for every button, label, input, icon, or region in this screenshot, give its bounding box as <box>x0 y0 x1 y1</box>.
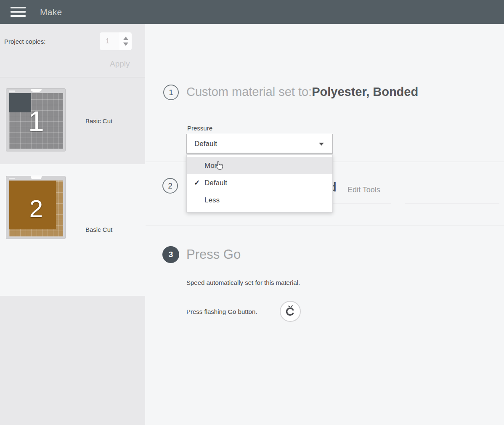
pressure-select[interactable]: Default <box>186 134 333 154</box>
menu-item-less[interactable]: Less <box>187 191 332 209</box>
go-button <box>280 301 301 322</box>
stepper-up-icon[interactable] <box>123 37 128 40</box>
chevron-down-icon <box>319 143 324 146</box>
step-2-badge: 2 <box>162 178 178 194</box>
step-1-heading-light: Custom material set to: <box>186 85 312 98</box>
cricut-logo-icon <box>283 304 297 319</box>
mat-1-grid: 1 <box>9 93 63 149</box>
mat-notch <box>31 89 42 92</box>
pressure-label: Pressure <box>187 125 212 132</box>
edit-tools-link[interactable]: Edit Tools <box>347 186 380 194</box>
pressure-selected-value: Default <box>194 134 217 153</box>
mat-notch <box>31 176 42 179</box>
mat-2-number: 2 <box>9 181 63 236</box>
make-screen: Make Project copies: Apply 1 <box>0 0 504 425</box>
mat-2-thumbnail: 2 <box>6 176 66 239</box>
project-copies-section: Project copies: Apply <box>0 24 145 77</box>
tool-tile-edge <box>332 203 391 204</box>
stepper-down-icon[interactable] <box>123 42 128 46</box>
tool-tile-edge <box>405 203 499 204</box>
mat-2-grid: 2 <box>9 181 63 236</box>
main-panel: 1 Custom material set to:Polyester, Bond… <box>146 24 504 425</box>
page-title: Make <box>40 0 62 24</box>
mat-brand-mark <box>9 178 15 179</box>
mat-card-2[interactable]: 2 Basic Cut Mat, 12" x 12" Mat, Mirror O… <box>0 164 145 296</box>
app-header: Make <box>0 0 504 24</box>
speed-text: Speed automatically set for this materia… <box>186 279 300 286</box>
sidebar: Project copies: Apply 1 Basic Cut <box>0 24 145 425</box>
section-divider <box>146 226 504 226</box>
menu-item-default[interactable]: ✓Default <box>187 174 332 191</box>
mat-1-tool-label: Basic Cut <box>85 117 112 125</box>
press-go-text: Press flashing Go button. <box>186 308 257 315</box>
mat-brand-mark <box>9 90 15 92</box>
project-copies-label: Project copies: <box>4 38 45 45</box>
step-1-heading: Custom material set to:Polyester, Bonded <box>186 85 418 99</box>
mat-2-tool-label: Basic Cut <box>85 226 112 233</box>
checkmark-icon: ✓ <box>192 174 202 191</box>
project-copies-input[interactable] <box>102 35 119 48</box>
step-3-badge: 3 <box>162 246 179 263</box>
mat-1-number: 1 <box>9 93 63 149</box>
copies-stepper <box>119 32 132 50</box>
pressure-dropdown-menu: More ✓Default Less <box>186 154 333 212</box>
sidebar-footer-area <box>0 296 145 425</box>
menu-item-more[interactable]: More <box>187 157 332 174</box>
menu-icon[interactable] <box>11 7 26 17</box>
step-1-badge: 1 <box>163 85 179 100</box>
apply-button[interactable]: Apply <box>110 59 130 69</box>
project-copies-field <box>100 32 132 50</box>
mat-1-thumbnail: 1 <box>6 88 66 151</box>
material-name: Polyester, Bonded <box>312 85 418 98</box>
step-3-heading: Press Go <box>186 247 241 262</box>
mat-card-1[interactable]: 1 Basic Cut <box>0 77 145 164</box>
